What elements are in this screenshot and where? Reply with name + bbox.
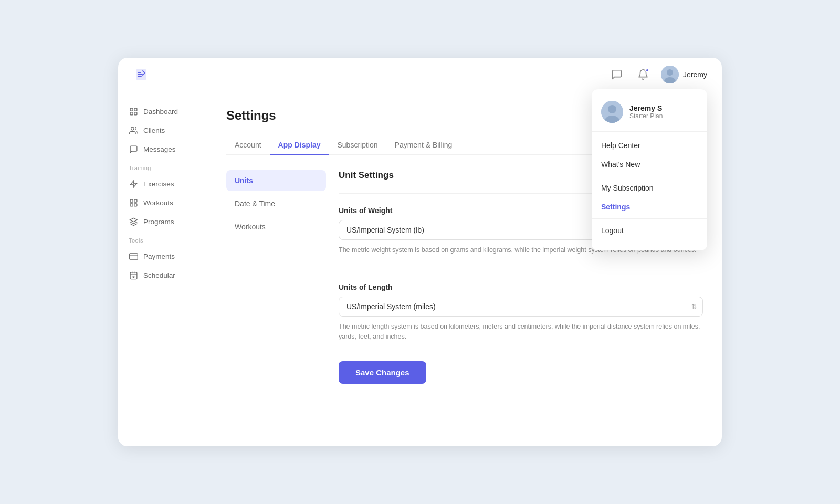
workouts-icon bbox=[129, 198, 138, 207]
sidebar-label-programs: Programs bbox=[143, 218, 174, 226]
messages-icon bbox=[129, 144, 138, 154]
sidebar-item-workouts[interactable]: Workouts bbox=[118, 193, 207, 212]
svg-rect-15 bbox=[130, 272, 137, 279]
header: Jeremy bbox=[118, 58, 722, 91]
sidebar-label-dashboard: Dashboard bbox=[143, 108, 178, 116]
sidebar: Dashboard Clients Messages bbox=[118, 91, 207, 446]
length-description: The metric length system is based on kil… bbox=[339, 322, 703, 342]
dropdown-avatar bbox=[601, 101, 623, 123]
svg-point-1 bbox=[667, 69, 673, 76]
save-button[interactable]: Save Changes bbox=[339, 361, 426, 384]
header-user-name: Jeremy bbox=[683, 70, 707, 79]
users-icon bbox=[129, 125, 138, 135]
dropdown-divider-2 bbox=[592, 218, 707, 219]
payments-icon bbox=[129, 251, 138, 261]
user-dropdown: Jeremy S Starter Plan Help Center What's… bbox=[592, 89, 707, 250]
tab-account[interactable]: Account bbox=[226, 135, 270, 155]
sidebar-item-payments[interactable]: Payments bbox=[118, 247, 207, 266]
notifications-icon[interactable] bbox=[635, 66, 652, 83]
sidebar-item-exercises[interactable]: Exercises bbox=[118, 174, 207, 193]
nav-date-time[interactable]: Date & Time bbox=[226, 193, 326, 214]
dropdown-user-plan: Starter Plan bbox=[629, 112, 663, 120]
dropdown-user-info: Jeremy S Starter Plan bbox=[592, 96, 707, 132]
dropdown-divider bbox=[592, 176, 707, 176]
scheduler-icon bbox=[129, 270, 138, 280]
tab-payment-billing[interactable]: Payment & Billing bbox=[386, 135, 461, 155]
dropdown-settings[interactable]: Settings bbox=[592, 197, 707, 216]
avatar bbox=[661, 66, 679, 83]
svg-point-7 bbox=[131, 127, 134, 130]
sidebar-label-clients: Clients bbox=[143, 127, 165, 134]
dropdown-user-name: Jeremy S bbox=[629, 104, 663, 112]
user-menu-trigger[interactable]: Jeremy bbox=[661, 66, 707, 83]
sidebar-label-workouts: Workouts bbox=[143, 199, 173, 207]
svg-marker-12 bbox=[130, 218, 137, 222]
nav-units[interactable]: Units bbox=[226, 170, 326, 191]
dropdown-items: Help Center What's New My Subscription S… bbox=[592, 132, 707, 244]
dropdown-user-text: Jeremy S Starter Plan bbox=[629, 104, 663, 120]
svg-rect-5 bbox=[130, 112, 133, 114]
dropdown-my-subscription[interactable]: My Subscription bbox=[592, 178, 707, 197]
svg-rect-13 bbox=[129, 253, 138, 259]
svg-point-21 bbox=[608, 105, 616, 113]
svg-rect-9 bbox=[134, 200, 136, 202]
length-select[interactable]: US/Imperial System (miles) Metric System… bbox=[339, 297, 703, 317]
nav-workouts[interactable]: Workouts bbox=[226, 216, 326, 237]
sidebar-item-scheduler[interactable]: Schedular bbox=[118, 266, 207, 285]
sidebar-label-messages: Messages bbox=[143, 145, 176, 153]
sidebar-label-scheduler: Schedular bbox=[143, 271, 175, 279]
length-select-wrapper: US/Imperial System (miles) Metric System… bbox=[339, 297, 703, 317]
sidebar-item-messages[interactable]: Messages bbox=[118, 140, 207, 159]
sidebar-label-exercises: Exercises bbox=[143, 180, 174, 188]
sidebar-item-clients[interactable]: Clients bbox=[118, 121, 207, 140]
sidebar-item-dashboard[interactable]: Dashboard bbox=[118, 102, 207, 121]
divider-mid bbox=[339, 270, 703, 270]
header-right: Jeremy bbox=[608, 66, 707, 83]
settings-nav: Units Date & Time Workouts bbox=[226, 170, 326, 384]
chat-icon[interactable] bbox=[608, 66, 625, 83]
length-label: Units of Length bbox=[339, 283, 703, 291]
dropdown-whats-new[interactable]: What's New bbox=[592, 155, 707, 174]
svg-rect-6 bbox=[134, 112, 136, 114]
svg-point-19 bbox=[133, 276, 134, 277]
notification-badge bbox=[645, 68, 649, 72]
grid-icon bbox=[129, 107, 138, 116]
tab-app-display[interactable]: App Display bbox=[270, 135, 329, 155]
app-logo[interactable] bbox=[133, 66, 150, 83]
dropdown-logout[interactable]: Logout bbox=[592, 221, 707, 240]
programs-icon bbox=[129, 217, 138, 226]
training-section-label: Training bbox=[118, 159, 207, 174]
svg-rect-11 bbox=[134, 203, 136, 206]
sidebar-label-payments: Payments bbox=[143, 253, 175, 260]
svg-rect-4 bbox=[134, 108, 136, 111]
svg-rect-3 bbox=[130, 108, 133, 111]
sidebar-item-programs[interactable]: Programs bbox=[118, 212, 207, 231]
tab-subscription[interactable]: Subscription bbox=[329, 135, 386, 155]
svg-rect-8 bbox=[130, 200, 133, 202]
tools-section-label: Tools bbox=[118, 231, 207, 247]
dropdown-help-center[interactable]: Help Center bbox=[592, 136, 707, 155]
svg-rect-10 bbox=[130, 203, 133, 206]
exercises-icon bbox=[129, 179, 138, 188]
